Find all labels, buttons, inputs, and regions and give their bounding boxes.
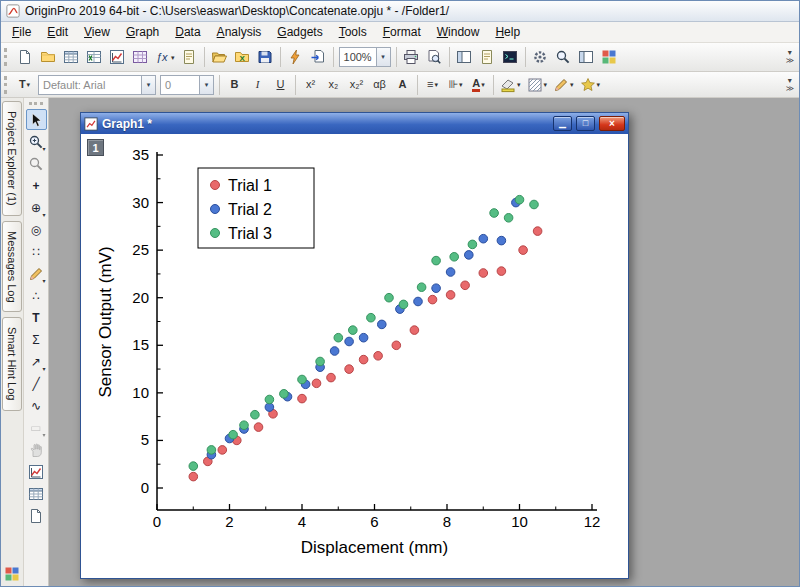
menu-tools[interactable]: Tools [331, 22, 375, 42]
font-size-combo-arrow[interactable]: ▾ [199, 76, 213, 94]
menu-format[interactable]: Format [375, 22, 429, 42]
equation-tool[interactable]: Σ [26, 329, 47, 350]
apps-gallery-button[interactable] [598, 46, 621, 68]
new-notes-icon [181, 49, 197, 65]
results-log-button[interactable] [476, 46, 499, 68]
pointer-tool[interactable] [26, 109, 47, 130]
insert-object-tool[interactable] [26, 505, 47, 526]
font-name-combo-arrow[interactable]: ▾ [141, 76, 155, 94]
menu-data[interactable]: Data [167, 22, 208, 42]
menu-view[interactable]: View [76, 22, 118, 42]
pattern-button[interactable]: ▾ [524, 74, 551, 96]
superscript-button[interactable]: x² [299, 74, 322, 96]
subsuperscript-button[interactable]: x₂² [345, 74, 368, 96]
new-function-button[interactable]: ƒx▾ [151, 46, 178, 68]
rectangle-tool[interactable]: ▭▾ [26, 417, 47, 438]
print-button[interactable] [400, 46, 423, 68]
project-explorer-icon [456, 49, 472, 65]
italic-button[interactable]: I [246, 74, 269, 96]
zoom-out-tool[interactable] [26, 153, 47, 174]
print-preview-button[interactable] [423, 46, 446, 68]
menu-window[interactable]: Window [429, 22, 488, 42]
tab-smart-hint-log[interactable]: Smart Hint Log [2, 317, 22, 410]
graph-window[interactable]: Graph1 * ▁ □ × 02468101205101520253035Di… [80, 112, 629, 579]
maximize-button[interactable]: □ [576, 116, 595, 131]
command-window-button[interactable] [499, 46, 522, 68]
svg-text:Sensor Output (mV): Sensor Output (mV) [96, 246, 115, 397]
polyline-tool[interactable]: ∿ [26, 395, 47, 416]
font-name-combo[interactable]: Default: Arial▾ [38, 75, 156, 95]
project-explorer-button[interactable] [453, 46, 476, 68]
pan-tool[interactable] [26, 439, 47, 460]
open-excel-button[interactable]: X [231, 46, 254, 68]
subscript-button[interactable]: x₂ [322, 74, 345, 96]
new-matrix-button[interactable] [128, 46, 151, 68]
object-manager-button[interactable] [575, 46, 598, 68]
fill-color-button[interactable]: ▾ [497, 74, 524, 96]
bold-button[interactable]: B [223, 74, 246, 96]
graph-window-titlebar[interactable]: Graph1 * ▁ □ × [81, 113, 628, 134]
insert-graph-tool[interactable] [26, 461, 47, 482]
menu-gadgets[interactable]: Gadgets [269, 22, 330, 42]
menu-help[interactable]: Help [487, 22, 528, 42]
format-text-button[interactable]: T▾ [13, 74, 36, 96]
tab-project-explorer[interactable]: Project Explorer (1) [2, 101, 22, 216]
greek-button[interactable]: αβ [368, 74, 391, 96]
toolbar-grip[interactable] [29, 102, 43, 105]
format-toolbar-overflow[interactable]: ▾≫ [783, 76, 797, 94]
symbol-gallery-button[interactable]: ▾ [577, 74, 604, 96]
new-graph-button[interactable] [105, 46, 128, 68]
new-folder-button[interactable] [36, 46, 59, 68]
zoom-combo[interactable]: 100%▾ [339, 47, 391, 67]
new-excel-button[interactable] [82, 46, 105, 68]
insert-worksheet-tool[interactable] [26, 483, 47, 504]
toolbar-separator [449, 47, 450, 67]
chart[interactable]: 02468101205101520253035Displacement (mm)… [81, 134, 628, 578]
toolbar-separator [280, 47, 281, 67]
menu-analysis[interactable]: Analysis [209, 22, 270, 42]
underline-button[interactable]: U [269, 74, 292, 96]
digitizer-button[interactable] [552, 46, 575, 68]
new-workbook-icon [63, 49, 79, 65]
import-wizard-button[interactable] [284, 46, 307, 68]
arrow-tool[interactable]: ↗▾ [26, 351, 47, 372]
alignment-button[interactable]: ≡▾ [421, 74, 444, 96]
screen-reader-tool[interactable]: ⊕▾ [26, 197, 47, 218]
standard-toolbar-overflow[interactable]: ▾≫ [783, 48, 797, 66]
new-project-button[interactable] [13, 46, 36, 68]
menu-edit[interactable]: Edit [39, 22, 76, 42]
draw-data-tool[interactable]: ▾ [26, 263, 47, 284]
save-project-button[interactable] [254, 46, 277, 68]
layer-1-badge[interactable]: 1 [87, 139, 104, 156]
title-bar[interactable]: OriginPro 2019 64-bit - C:\Users\easwar\… [1, 1, 799, 22]
data-selector-tool[interactable]: ∷ [26, 241, 47, 262]
new-notes-button[interactable] [178, 46, 201, 68]
toolbar-grip[interactable] [4, 48, 9, 66]
window-title: OriginPro 2019 64-bit - C:\Users\easwar\… [25, 4, 449, 18]
menu-file[interactable]: File [4, 22, 39, 42]
data-reader-tool[interactable]: ◎ [26, 219, 47, 240]
new-workbook-button[interactable] [59, 46, 82, 68]
code-builder-button[interactable] [529, 46, 552, 68]
font-color-button[interactable]: A▾ [467, 74, 490, 96]
import-wizard-icon [287, 49, 303, 65]
close-button[interactable]: × [599, 116, 625, 131]
zoom-in-tool[interactable]: ▾ [26, 131, 47, 152]
toolbar-separator [493, 75, 494, 95]
open-button[interactable] [208, 46, 231, 68]
toolbar-separator [204, 47, 205, 67]
import-ascii-button[interactable] [307, 46, 330, 68]
distribute-button[interactable]: ⊪▾ [444, 74, 467, 96]
tab-messages-log[interactable]: Messages Log [2, 221, 22, 313]
toolbar-grip[interactable] [4, 76, 9, 94]
text-tool[interactable]: T [26, 307, 47, 328]
line-tool[interactable]: ╱ [26, 373, 47, 394]
font-size-combo[interactable]: 0▾ [160, 75, 214, 95]
minimize-button[interactable]: ▁ [553, 116, 572, 131]
mask-tool[interactable]: ∴ [26, 285, 47, 306]
rescale-tool[interactable]: + [26, 175, 47, 196]
menu-graph[interactable]: Graph [118, 22, 167, 42]
zoom-combo-arrow[interactable]: ▾ [376, 48, 390, 66]
line-color-button[interactable]: ▾ [550, 74, 577, 96]
apply-format-button[interactable]: A [391, 74, 414, 96]
